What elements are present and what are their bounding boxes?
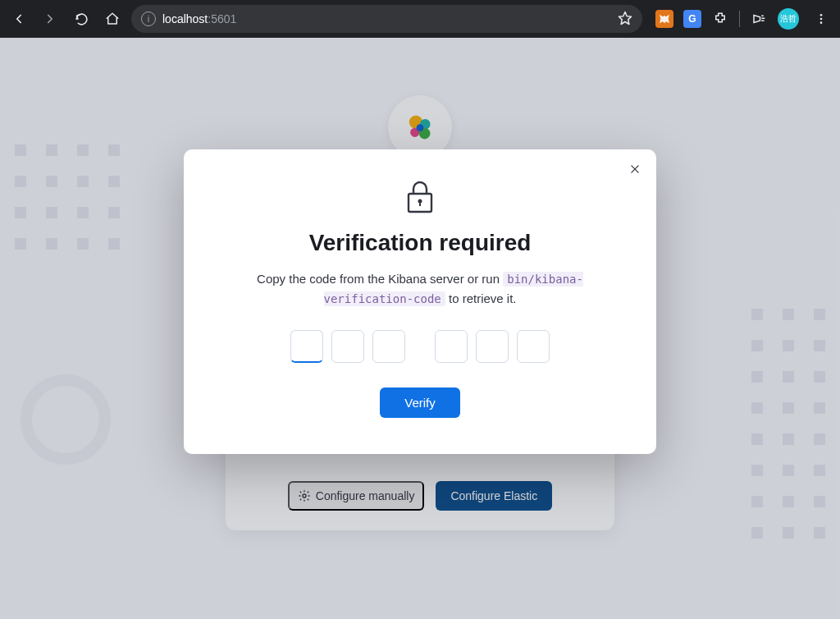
code-digit-5[interactable] [476,330,509,363]
code-digit-3[interactable] [372,330,405,363]
toolbar-divider [739,11,740,27]
svg-point-2 [820,18,823,21]
svg-marker-0 [619,11,632,24]
svg-point-1 [820,14,823,16]
modal-title: Verification required [220,230,620,256]
verify-button-label: Verify [404,396,436,410]
browser-menu-icon[interactable] [809,7,833,31]
code-digit-6[interactable] [517,330,550,363]
extensions-icon[interactable] [711,10,729,28]
code-digit-2[interactable] [331,330,364,363]
modal-desc-prefix: Copy the code from the Kibana server or … [257,272,503,286]
verify-button[interactable]: Verify [380,387,460,418]
url-text: localhost:5601 [162,12,236,25]
verification-code-inputs [220,330,620,363]
forward-button[interactable] [38,7,62,31]
page-viewport: Configure manually Configure Elastic Ver… [0,38,840,619]
toolbar-right: G 浩哲 [649,7,833,31]
code-digit-4[interactable] [435,330,468,363]
address-bar[interactable]: i localhost:5601 [131,5,642,33]
home-button[interactable] [100,7,125,31]
code-digit-1[interactable] [290,330,323,363]
reload-button[interactable] [69,7,94,31]
url-host: localhost [162,12,208,25]
bookmark-star-icon[interactable] [618,11,632,28]
browser-toolbar: i localhost:5601 G 浩哲 [0,0,840,38]
extension-google-translate-icon[interactable]: G [683,10,701,28]
media-control-icon[interactable] [750,10,768,28]
lock-icon [220,179,620,215]
verification-modal: Verification required Copy the code from… [184,149,656,454]
svg-point-3 [820,21,823,24]
svg-rect-14 [419,202,421,206]
url-port: :5601 [208,12,236,25]
extension-metamask-icon[interactable] [655,10,673,28]
site-info-icon[interactable]: i [141,11,156,26]
modal-desc-suffix: to retrieve it. [445,291,517,305]
close-button[interactable] [625,159,645,179]
back-button[interactable] [7,7,31,31]
modal-description: Copy the code from the Kibana server or … [220,269,620,309]
profile-avatar[interactable]: 浩哲 [778,8,799,30]
